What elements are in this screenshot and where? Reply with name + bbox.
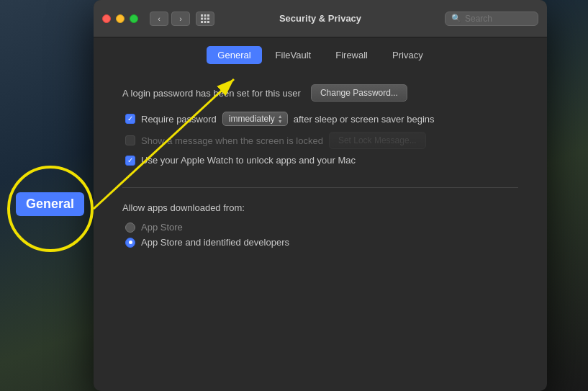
tab-privacy[interactable]: Privacy [381,46,434,64]
app-store-identified-radio-row: App Store and identified developers [122,237,518,248]
apple-watch-row: ✓ Use your Apple Watch to unlock apps an… [122,155,518,166]
checkmark-icon-2: ✓ [127,157,133,164]
navigation-buttons: ‹ › [150,12,214,26]
login-password-text: A login password has been set for this u… [122,88,301,99]
svg-rect-5 [201,17,203,19]
search-box[interactable]: 🔍 [445,12,538,26]
tab-general[interactable]: General [207,46,261,64]
show-message-row: Show a message when the screen is locked… [122,132,518,149]
content-area: A login password has been set for this u… [94,70,547,391]
search-input[interactable] [465,14,532,24]
svg-rect-9 [204,21,207,23]
maximize-button[interactable] [130,14,138,23]
change-password-button[interactable]: Change Password... [311,84,407,102]
apple-watch-checkbox[interactable]: ✓ [125,156,135,166]
tab-bar: General FileVault Firewall Privacy [94,37,547,70]
traffic-lights [102,14,138,23]
svg-rect-10 [207,21,209,23]
set-lock-message-button: Set Lock Message... [329,132,426,149]
login-password-row: A login password has been set for this u… [122,84,518,102]
checkmark-icon: ✓ [127,115,133,122]
preferences-window: ‹ › Security & Privacy [94,0,547,391]
login-password-section: A login password has been set for this u… [122,84,518,166]
after-sleep-text: after sleep or screen saver begins [294,114,435,125]
require-password-label: Require password [141,114,217,125]
close-button[interactable] [102,14,111,23]
app-store-identified-radio[interactable] [125,238,135,248]
forward-button[interactable]: › [171,12,190,26]
search-icon: 🔍 [451,14,461,23]
show-message-label: Show a message when the screen is locked [141,135,323,146]
svg-rect-6 [204,17,207,19]
allow-apps-title: Allow apps downloaded from: [122,202,518,213]
require-password-checkbox[interactable]: ✓ [125,114,135,124]
app-store-identified-label: App Store and identified developers [141,237,289,248]
svg-rect-7 [207,17,209,19]
tab-firewall[interactable]: Firewall [325,46,379,64]
immediately-dropdown[interactable]: immediately ▲ ▼ [222,112,288,126]
apple-watch-label: Use your Apple Watch to unlock apps and … [141,155,356,166]
grid-button[interactable] [196,12,214,26]
svg-rect-2 [201,14,203,17]
svg-rect-4 [207,14,209,17]
allow-apps-section: Allow apps downloaded from: App Store Ap… [122,202,518,248]
app-store-label: App Store [141,222,183,233]
window-title: Security & Privacy [279,13,361,24]
section-divider [122,187,518,188]
show-message-checkbox [125,135,135,145]
title-bar: ‹ › Security & Privacy [94,0,547,37]
svg-rect-3 [204,14,207,17]
app-store-radio-row: App Store [122,222,518,233]
svg-rect-8 [201,21,203,23]
dropdown-arrows-icon: ▲ ▼ [278,114,283,124]
immediately-value: immediately [229,114,275,124]
tab-filevault[interactable]: FileVault [265,46,322,64]
radio-dot-icon [129,241,132,244]
back-button[interactable]: ‹ [150,12,168,26]
minimize-button[interactable] [116,14,125,23]
app-store-radio[interactable] [125,223,135,233]
require-password-row: ✓ Require password immediately ▲ ▼ after… [122,112,518,126]
